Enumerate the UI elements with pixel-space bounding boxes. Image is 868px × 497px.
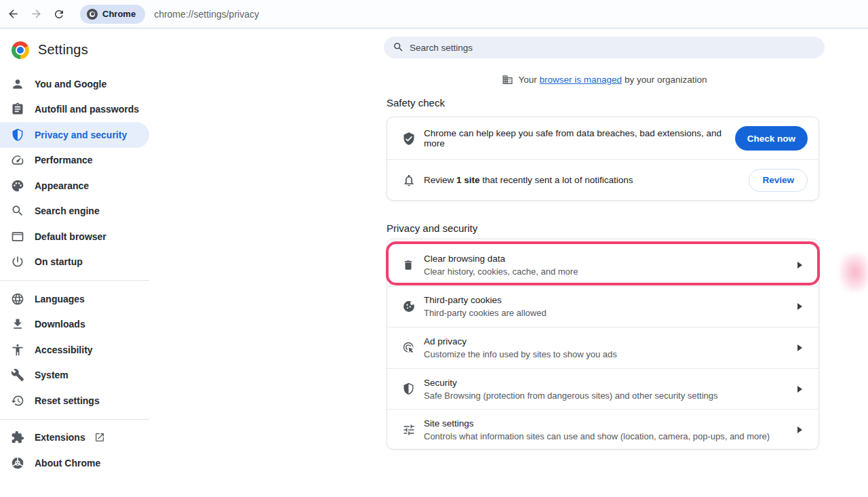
speedometer-icon — [11, 153, 24, 167]
bell-icon — [402, 173, 416, 188]
sidebar-item-label: Default browser — [35, 231, 106, 242]
sidebar-item-label: Privacy and security — [35, 130, 127, 140]
sidebar-item-label: Appearance — [35, 180, 89, 191]
settings-sidebar: Settings You and Google Autofill and pas… — [0, 28, 149, 476]
browser-toolbar: Chrome chrome://settings/privacy — [0, 0, 868, 28]
sidebar-item-system[interactable]: System — [0, 363, 149, 389]
privacy-settings-card: Clear browsing data Clear history, cooki… — [387, 239, 819, 450]
sidebar-item-appearance[interactable]: Appearance — [0, 173, 149, 199]
open-in-new-icon — [94, 432, 105, 443]
sidebar-item-label: Search engine — [35, 205, 100, 216]
sidebar-item-label: Accessibility — [35, 344, 93, 355]
sidebar-item-label: About Chrome — [35, 458, 100, 469]
sidebar-item-privacy-and-security[interactable]: Privacy and security — [0, 122, 149, 148]
sidebar-divider — [0, 419, 149, 420]
back-button[interactable] — [3, 4, 23, 24]
accessibility-icon — [11, 343, 24, 357]
chevron-right-icon — [797, 426, 802, 433]
sidebar-item-label: You and Google — [35, 79, 106, 90]
sidebar-item-label: Extensions — [35, 432, 85, 443]
search-settings — [384, 37, 825, 58]
chevron-right-icon — [797, 303, 802, 310]
sidebar-item-label: Autofill and passwords — [35, 104, 139, 115]
chrome-logo — [12, 41, 29, 59]
sidebar-item-label: Languages — [35, 294, 85, 304]
sidebar-item-label: Reset settings — [35, 395, 100, 406]
review-button[interactable]: Review — [749, 169, 808, 192]
row-clear-browsing-data[interactable]: Clear browsing data Clear history, cooki… — [387, 245, 818, 286]
sidebar-item-label: System — [35, 370, 68, 380]
wrench-icon — [11, 368, 24, 382]
chevron-right-icon — [797, 344, 802, 351]
browser-window-icon — [11, 230, 24, 243]
row-subtitle: Customize the info used by sites to show… — [424, 348, 791, 361]
ad-privacy-icon — [402, 340, 416, 355]
row-title: Security — [424, 376, 791, 389]
privacy-section-heading: Privacy and security — [387, 222, 477, 234]
sidebar-nav: You and Google Autofill and passwords Pr… — [0, 71, 149, 476]
row-title: Ad privacy — [424, 335, 791, 348]
sidebar-item-about-chrome[interactable]: About Chrome — [0, 450, 149, 476]
sidebar-item-accessibility[interactable]: Accessibility — [0, 337, 149, 363]
reload-icon — [53, 8, 65, 20]
safety-check-heading: Safety check — [387, 97, 445, 108]
row-ad-privacy[interactable]: Ad privacy Customize the info used by si… — [387, 327, 818, 368]
site-settings-tune-icon — [402, 422, 416, 437]
url-text[interactable]: chrome://settings/privacy — [154, 9, 259, 20]
sidebar-item-search-engine[interactable]: Search engine — [0, 199, 149, 224]
sidebar-item-you-and-google[interactable]: You and Google — [0, 71, 149, 97]
row-third-party-cookies[interactable]: Third-party cookies Third-party cookies … — [387, 286, 818, 327]
chrome-badge[interactable]: Chrome — [80, 5, 145, 24]
palette-icon — [11, 179, 24, 193]
person-icon — [11, 77, 24, 91]
reload-button[interactable] — [49, 4, 69, 24]
trash-icon — [402, 258, 416, 273]
sidebar-divider — [0, 280, 149, 281]
sidebar-item-label: Downloads — [35, 319, 85, 330]
puzzle-icon — [11, 431, 24, 444]
pink-blur-annotation — [840, 254, 868, 292]
sidebar-item-performance[interactable]: Performance — [0, 148, 149, 174]
sidebar-item-extensions[interactable]: Extensions — [0, 425, 149, 451]
safety-check-row: Chrome can help keep you safe from data … — [387, 117, 818, 160]
sidebar-item-downloads[interactable]: Downloads — [0, 312, 149, 338]
safety-check-text: Chrome can help keep you safe from data … — [424, 128, 735, 148]
shield-icon — [11, 128, 24, 142]
browser-managed-link[interactable]: browser is managed — [540, 75, 623, 85]
sidebar-item-label: On startup — [35, 256, 83, 267]
shield-check-icon — [402, 131, 416, 146]
magnifier-icon — [11, 204, 24, 218]
sidebar-item-autofill[interactable]: Autofill and passwords — [0, 97, 149, 123]
row-title: Clear browsing data — [424, 252, 791, 265]
sidebar-item-reset-settings[interactable]: Reset settings — [0, 388, 149, 414]
row-subtitle: Controls what information sites can use … — [424, 430, 791, 443]
chrome-grayscale-icon — [87, 9, 98, 20]
power-icon — [11, 255, 24, 269]
notification-review-text: Review 1 site that recently sent a lot o… — [424, 175, 749, 185]
cookie-icon — [402, 299, 416, 314]
row-site-settings[interactable]: Site settings Controls what information … — [387, 409, 818, 450]
organization-building-icon — [502, 74, 513, 85]
autofill-clipboard-icon — [11, 102, 24, 116]
page-title: Settings — [38, 42, 88, 58]
search-input[interactable] — [384, 37, 825, 58]
forward-arrow-icon — [30, 7, 43, 20]
chrome-grayscale-icon — [11, 456, 24, 470]
back-arrow-icon — [7, 7, 20, 20]
sidebar-item-languages[interactable]: Languages — [0, 286, 149, 312]
chevron-right-icon — [797, 386, 802, 393]
sidebar-item-default-browser[interactable]: Default browser — [0, 224, 149, 250]
reset-clock-icon — [11, 394, 24, 407]
row-title: Site settings — [424, 417, 791, 430]
row-title: Third-party cookies — [424, 294, 791, 306]
download-icon — [11, 317, 24, 331]
row-security[interactable]: Security Safe Browsing (protection from … — [387, 368, 818, 410]
sidebar-item-label: Performance — [35, 155, 93, 165]
row-subtitle: Safe Browsing (protection from dangerous… — [424, 389, 791, 402]
chrome-settings-page: Chrome chrome://settings/privacy Setting… — [0, 0, 868, 497]
settings-brand: Settings — [0, 28, 149, 71]
sidebar-item-on-startup[interactable]: On startup — [0, 250, 149, 275]
forward-button[interactable] — [26, 4, 46, 24]
search-icon — [393, 41, 404, 56]
check-now-button[interactable]: Check now — [735, 126, 808, 151]
